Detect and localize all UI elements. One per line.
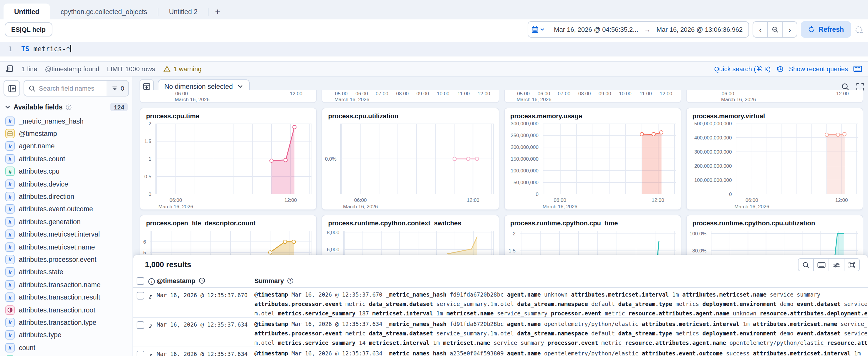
field-item-attributes-transaction-result[interactable]: kattributes.transaction.result: [3, 291, 129, 304]
chart-panel-process-runtime-cpython-context-switches[interactable]: process.runtime.cpython.context_switches…: [322, 215, 499, 255]
field-item-attributes-direction[interactable]: kattributes.direction: [3, 190, 129, 203]
tab-untitled-2[interactable]: Untitled 2: [158, 3, 208, 20]
field-item-attributes-device[interactable]: kattributes.device: [3, 178, 129, 190]
chart-title: process.runtime.cpython.cpu_time: [504, 215, 681, 227]
keyboard-icon[interactable]: [853, 65, 862, 72]
fields-sidebar: 0 Available fields ? 124 k_metric_names_…: [0, 76, 133, 356]
recent-queries-icon[interactable]: [776, 65, 783, 73]
data-point-marker: [475, 157, 479, 161]
time-zoom-out-button[interactable]: [767, 21, 783, 38]
chevron-down-icon: [238, 84, 244, 90]
field-item-attributes-generation[interactable]: kattributes.generation: [3, 215, 129, 228]
field-name: attributes.count: [19, 155, 65, 162]
results-keyboard-button[interactable]: [813, 258, 829, 271]
row-checkbox[interactable]: [136, 321, 144, 329]
field-item-attributes-processor-event[interactable]: kattributes.processor.event: [3, 253, 129, 266]
chart-panel-process-runtime-cpython-cpu-utilization[interactable]: process.runtime.cpython.cpu.utilization1…: [686, 215, 864, 255]
tab-cpython-gc-collected-objects[interactable]: cpython.gc.collected_objects: [50, 3, 158, 20]
field-name: attributes.transaction.result: [19, 294, 100, 301]
expand-document-icon[interactable]: [147, 351, 154, 356]
table-row[interactable]: Mar 16, 2026 @ 12:35:37.670@timestamp Ma…: [133, 288, 868, 318]
x-axis-label: 12:00: [284, 197, 297, 203]
field-item-attributes-transaction-name[interactable]: kattributes.transaction.name: [3, 278, 129, 291]
chart-fullscreen-button[interactable]: [856, 82, 865, 91]
date-to[interactable]: Mar 16, 2026 @ 13:06:36.962: [651, 26, 749, 33]
info-circle-icon[interactable]: ?: [66, 104, 72, 110]
charts-grid[interactable]: 06:00March 16, 202612:0005:00March 16, 2…: [140, 90, 863, 255]
field-item-count[interactable]: kcount: [3, 341, 129, 354]
table-row[interactable]: Mar 16, 2026 @ 12:35:37.634@timestamp Ma…: [133, 318, 868, 347]
data-point-marker: [270, 159, 274, 163]
show-recent-queries-link[interactable]: Show recent queries: [789, 65, 848, 72]
chart-panel-process-runtime-cpython-cpu-time[interactable]: process.runtime.cpython.cpu_time21.5106:…: [504, 215, 681, 255]
tab-bar: Untitledcpython.gc.collected_objectsUnti…: [0, 0, 868, 20]
data-point-marker: [292, 125, 297, 129]
results-display-options-button[interactable]: [829, 258, 844, 271]
field-item-attributes-count[interactable]: kattributes.count: [3, 153, 129, 165]
auto-refresh-icon[interactable]: [855, 25, 863, 34]
time-next-button[interactable]: ›: [782, 21, 797, 38]
expand-document-icon[interactable]: [147, 321, 154, 332]
chart-panel-partial-top[interactable]: 05:00March 16, 202606:0007:0008:0009:001…: [504, 90, 681, 103]
field-item-attributes-transaction-type[interactable]: kattributes.transaction.type: [3, 316, 129, 329]
field-item-attributes-transaction-root[interactable]: attributes.transaction.root: [3, 304, 129, 316]
chart-panel-process-cpu-utilization[interactable]: process.cpu.utilization0.0%06:00March 16…: [322, 108, 499, 210]
field-search[interactable]: 0: [24, 80, 129, 97]
select-all-checkbox[interactable]: [136, 277, 144, 285]
field-item-attributes-type[interactable]: kattributes.type: [3, 329, 129, 341]
x-axis-label: 11:00: [458, 91, 470, 97]
field-item--metric-names-hash[interactable]: k_metric_names_hash: [3, 115, 129, 127]
chart-panel-partial-top[interactable]: 05:00March 16, 202606:0007:0008:0009:001…: [322, 90, 499, 103]
field-item-agent-name[interactable]: kagent.name: [3, 140, 129, 153]
chart-panel-process-open-file-descriptor-count[interactable]: process.open_file_descriptor.count65406:…: [140, 215, 317, 255]
summary-line: @timestamp Mar 16, 2026 @ 12:35:37.634 _…: [254, 321, 867, 330]
chart-panel-process-memory-usage[interactable]: process.memory.usage300,000,000250,000,0…: [504, 108, 681, 210]
date-range-picker[interactable]: Mar 16, 2026 @ 04:56:35.2... → Mar 16, 2…: [527, 21, 749, 38]
timestamp-column-header[interactable]: @timestamp: [157, 277, 206, 284]
summary-line: m.otel metrics.service_summary 187 metri…: [254, 310, 867, 317]
summary-column-header[interactable]: Summary ?: [254, 277, 294, 284]
calendar-icon[interactable]: [528, 22, 548, 37]
esql-help-button[interactable]: ES|QL help: [5, 22, 52, 36]
chart-panel-process-cpu-time[interactable]: process.cpu.time21.510.5006:00March 16, …: [140, 108, 317, 210]
chart-panel-process-memory-virtual[interactable]: process.memory.virtual500,000,000,000400…: [686, 108, 864, 210]
field-name: _metric_names_hash: [19, 118, 84, 125]
editor-caret: [70, 45, 71, 52]
esql-editor[interactable]: 1 TS metrics-*: [0, 39, 868, 61]
y-axis-label: 2: [504, 231, 516, 236]
field-item-attributes-cpu[interactable]: #attributes.cpu: [3, 165, 129, 178]
expand-document-icon[interactable]: [147, 292, 154, 302]
field-name: attributes.transaction.name: [19, 281, 100, 288]
field-item-attributes-state[interactable]: kattributes.state: [3, 266, 129, 278]
tab-untitled[interactable]: Untitled: [3, 3, 50, 20]
chart-panel-partial-top[interactable]: 06:00March 16, 202612:00: [686, 90, 864, 103]
field-item-cpu[interactable]: #cpu: [3, 354, 129, 356]
field-item-attributes-metricset-interval[interactable]: kattributes.metricset.interval: [3, 228, 129, 241]
refresh-button[interactable]: Refresh: [801, 21, 851, 38]
chart-search-button[interactable]: [841, 82, 850, 91]
field-item--timestamp[interactable]: @timestamp: [3, 127, 129, 140]
row-checkbox[interactable]: [136, 351, 144, 356]
field-filter-button[interactable]: 0: [106, 80, 128, 96]
status-warning[interactable]: 1 warning: [163, 65, 202, 73]
chevron-down-icon[interactable]: [5, 104, 10, 110]
field-search-input[interactable]: [36, 85, 106, 92]
field-item-attributes-metricset-name[interactable]: kattributes.metricset.name: [3, 241, 129, 253]
keyword-field-icon: k: [5, 204, 15, 214]
results-search-button[interactable]: [798, 258, 814, 271]
x-axis-date-label: March 16, 2026: [335, 97, 369, 102]
collapse-sidebar-button[interactable]: [3, 80, 20, 97]
quick-search-link[interactable]: Quick search (⌘ K): [714, 65, 771, 73]
table-row[interactable]: Mar 16, 2026 @ 12:35:37.634@timestamp Ma…: [133, 347, 868, 356]
new-tab-button[interactable]: +: [209, 3, 226, 20]
date-from[interactable]: Mar 16, 2026 @ 04:56:35.2...: [548, 26, 644, 33]
keyword-field-icon: k: [5, 116, 15, 126]
time-prev-button[interactable]: ‹: [752, 21, 768, 38]
field-item-attributes-event-outcome[interactable]: kattributes.event.outcome: [3, 203, 129, 215]
editor-code[interactable]: TS metrics-*: [21, 45, 71, 53]
results-fullscreen-button[interactable]: [844, 258, 860, 271]
y-axis-label: 500,000,000,000: [687, 121, 732, 127]
field-name: attributes.cpu: [19, 168, 60, 175]
row-checkbox[interactable]: [136, 292, 144, 299]
chart-panel-partial-top[interactable]: 06:00March 16, 202612:00: [140, 90, 317, 103]
